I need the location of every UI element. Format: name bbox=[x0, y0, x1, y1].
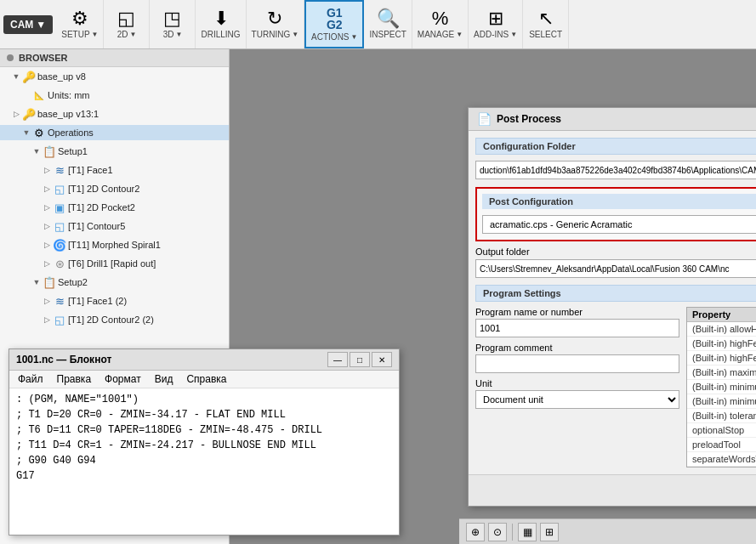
setup-label: SETUP bbox=[61, 30, 89, 39]
tree-label-c2-2: [T1] 2D Contour2 (2) bbox=[68, 314, 154, 325]
expand-icon-p2: ▷ bbox=[41, 203, 53, 212]
addins-label: ADD-INS bbox=[474, 30, 509, 39]
setup-arrow: ▼ bbox=[92, 31, 99, 38]
notepad-content: : (PGM, NAME="1001"); T1 D=20 CR=0 - ZMI… bbox=[9, 388, 399, 523]
prop-name-8: preloadTool bbox=[687, 438, 756, 452]
notepad-window-controls: — □ ✕ bbox=[327, 352, 392, 367]
program-name-input[interactable] bbox=[475, 319, 679, 337]
browser-dot bbox=[7, 54, 14, 61]
zoom-fit-button[interactable]: ⊕ bbox=[466, 523, 485, 541]
toolbar-select[interactable]: ↖ SELECT bbox=[523, 0, 569, 48]
face1-icon: ≋ bbox=[53, 163, 66, 177]
notepad-menubar: ФайлПравкаФорматВидСправка bbox=[9, 371, 399, 388]
notepad-menu-справка[interactable]: Справка bbox=[181, 372, 231, 386]
expand-icon-s1: ▼ bbox=[31, 147, 43, 156]
tree-item-setup1[interactable]: ▼ 📋 Setup1 bbox=[0, 142, 229, 161]
table-row[interactable]: (Built-in) tolerance0.002 bbox=[687, 409, 756, 423]
orbit-button[interactable]: ⊙ bbox=[488, 523, 507, 541]
addins-arrow: ▼ bbox=[510, 31, 517, 38]
post-config-label: Post Configuration bbox=[489, 196, 573, 207]
tree-label-f1-2: [T1] Face1 (2) bbox=[68, 296, 127, 306]
col-property: Property bbox=[687, 308, 756, 322]
notepad-maximize-button[interactable]: □ bbox=[350, 352, 370, 367]
tree-item-face1-2[interactable]: ▷ ≋ [T1] Face1 (2) bbox=[0, 292, 229, 310]
toolbar-drilling[interactable]: ⬇ DRILLING bbox=[196, 0, 246, 48]
prop-name-0: (Built-in) allowHelicalMoves bbox=[687, 322, 756, 337]
tree-item-base-up-v13[interactable]: ▷ 🔑 base_up v13:1 bbox=[0, 105, 229, 123]
2d-icon: ◱ bbox=[117, 9, 135, 28]
tree-label-1: base_up v13:1 bbox=[37, 109, 99, 119]
display-mode-button[interactable]: ▦ bbox=[518, 523, 537, 541]
config-path-input[interactable] bbox=[475, 161, 756, 179]
turning-arrow: ▼ bbox=[292, 31, 298, 38]
table-row[interactable]: (Built-in) minimumChordLength0.01 bbox=[687, 380, 756, 394]
tree-label-f1: [T1] Face1 bbox=[68, 165, 113, 175]
expand-icon-s2: ▼ bbox=[31, 278, 43, 286]
notepad-minimize-button[interactable]: — bbox=[327, 352, 348, 367]
toolbar-actions[interactable]: G1G2 ACTIONS ▼ bbox=[304, 0, 364, 48]
dialog-body: Configuration Folder ... Setup Post Conf… bbox=[469, 131, 756, 474]
tree-item-operations[interactable]: ▼ ⚙ Operations bbox=[0, 123, 229, 142]
config-folder-row: ... Setup bbox=[475, 160, 756, 180]
notepad-menu-правка[interactable]: Правка bbox=[52, 372, 97, 386]
tree-item-pocket2[interactable]: ▷ ▣ [T1] 2D Pocket2 bbox=[0, 198, 229, 217]
notepad-menu-формат[interactable]: Формат bbox=[99, 372, 146, 386]
unit-select[interactable]: Document unit bbox=[475, 390, 679, 409]
cam-arrow: ▼ bbox=[36, 19, 46, 31]
expand-icon-c2-2: ▷ bbox=[41, 315, 53, 324]
dialog-title-text: Post Process bbox=[497, 113, 561, 125]
output-section: Output folder ... NC extension Open fold… bbox=[475, 246, 756, 280]
table-row[interactable]: optionalStopYes bbox=[687, 423, 756, 438]
table-row[interactable]: (Built-in) highFeedrate0 bbox=[687, 351, 756, 366]
toolbar-2d[interactable]: ◱ 2D ▼ bbox=[104, 0, 150, 48]
table-row[interactable]: (Built-in) maximumCircularRadius1000 bbox=[687, 366, 756, 380]
cam-dropdown[interactable]: CAM ▼ bbox=[3, 15, 53, 34]
toolbar-addins[interactable]: ⊞ ADD-INS ▼ bbox=[469, 0, 523, 48]
notepad-menu-файл[interactable]: Файл bbox=[13, 372, 48, 386]
post-config-select[interactable]: acramatic.cps - Generic Acramatic bbox=[482, 215, 756, 234]
post-config-section: Post Configuration acramatic.cps - Gener… bbox=[475, 187, 756, 241]
table-row[interactable]: preloadToolYes bbox=[687, 438, 756, 452]
dialog-title-icon: 📄 bbox=[477, 112, 492, 126]
tree-item-contour5[interactable]: ▷ ◱ [T1] Contour5 bbox=[0, 217, 229, 235]
toolbar-3d[interactable]: ◳ 3D ▼ bbox=[150, 0, 196, 48]
notepad-titlebar: 1001.nc — Блокнот — □ ✕ bbox=[9, 349, 399, 371]
post-config-header: Post Configuration bbox=[482, 194, 756, 209]
contour2-2-icon: ◱ bbox=[53, 313, 66, 326]
program-comment-input[interactable] bbox=[475, 354, 679, 373]
output-folder-row: Output folder ... NC extension Open fold… bbox=[475, 246, 756, 280]
tree-item-morphed[interactable]: ▷ 🌀 [T11] Morphed Spiral1 bbox=[0, 235, 229, 254]
tree-item-face1[interactable]: ▷ ≋ [T1] Face1 bbox=[0, 161, 229, 179]
tree-item-base-up-v8[interactable]: ▼ 🔑 base_up v8 bbox=[0, 67, 229, 86]
drill1-icon: ⊛ bbox=[53, 257, 66, 270]
actions-label: ACTIONS bbox=[311, 32, 349, 42]
notepad-menu-вид[interactable]: Вид bbox=[150, 372, 179, 386]
grid-button[interactable]: ⊞ bbox=[540, 523, 559, 541]
tree-item-setup2[interactable]: ▼ 📋 Setup2 bbox=[0, 273, 229, 292]
setup-icon: ⚙ bbox=[71, 9, 88, 28]
expand-icon-1: ▷ bbox=[10, 110, 22, 118]
table-row[interactable]: (Built-in) minimumCircularRadius0.01 bbox=[687, 394, 756, 409]
toolbar-manage[interactable]: % MANAGE ▼ bbox=[412, 0, 469, 48]
output-folder-col: Output folder ... bbox=[475, 246, 756, 280]
face1-2-icon: ≋ bbox=[53, 294, 66, 308]
notepad-close-button[interactable]: ✕ bbox=[372, 352, 392, 367]
drilling-icon: ⬇ bbox=[213, 9, 229, 28]
toolbar-inspect[interactable]: 🔍 INSPECT bbox=[364, 0, 412, 48]
output-path-input[interactable] bbox=[475, 259, 756, 278]
table-row[interactable]: (Built-in) allowHelicalMovesYes bbox=[687, 322, 756, 337]
table-row[interactable]: (Built-in) highFeedMappingPreserve rapi.… bbox=[687, 337, 756, 351]
contour5-icon: ◱ bbox=[53, 219, 66, 233]
notepad-line-3: ; T11 D=4 CR=1 - ZMIN=-24.217 - BULLNOSE… bbox=[16, 438, 392, 453]
setup2-icon: 📋 bbox=[43, 275, 56, 289]
table-row[interactable]: separateWordsWithSpaceYes bbox=[687, 452, 756, 467]
drilling-label: DRILLING bbox=[201, 30, 240, 39]
tree-item-contour2-2[interactable]: ▷ ◱ [T1] 2D Contour2 (2) bbox=[0, 310, 229, 329]
toolbar-setup[interactable]: ⚙ SETUP ▼ bbox=[56, 0, 104, 48]
tree-item-contour2[interactable]: ▷ ◱ [T1] 2D Contour2 bbox=[0, 179, 229, 198]
output-folder-label: Output folder bbox=[475, 246, 756, 257]
tree-item-drill1[interactable]: ▷ ⊛ [T6] Drill1 [Rapid out] bbox=[0, 254, 229, 273]
toolbar-turning[interactable]: ↻ TURNING ▼ bbox=[247, 0, 304, 48]
program-settings-section: Program Settings bbox=[475, 285, 756, 302]
cam-label: CAM bbox=[10, 19, 33, 31]
